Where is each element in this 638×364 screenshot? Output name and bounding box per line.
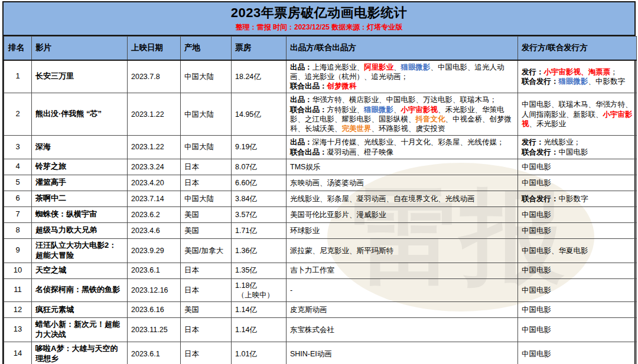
release-date-cell: 2023.12.16: [128, 278, 181, 302]
title-bar: 2023年票房破亿动画电影统计 整理：雷报 时间：2023/12/25 数据来源…: [4, 2, 634, 36]
company-name-segment: 联合出品：: [290, 148, 327, 156]
company-name-segment: 联合发行：: [522, 148, 559, 156]
column-header-origin: 产地: [181, 37, 232, 60]
table-row: 1长安三万里2023.7.8中国大陆18.24亿出品：上海追光影业、阿里影业、猫…: [4, 60, 637, 93]
distributors-cell: 中国电影、联瑞木马、华强方特、人间指南影业、新影联、小宇宙影视、禾光影业: [518, 93, 637, 136]
producers-cell: 美国哥伦比亚影片、漫威影业: [287, 206, 518, 222]
table-row: 9汪汪队立大功大电影2：超能大冒险2023.9.29美国/加拿大1.36亿派拉蒙…: [4, 238, 637, 263]
company-name-segment: 中国电影: [522, 227, 551, 235]
box-office-cell: 1.01亿: [232, 342, 287, 364]
producers-cell: 皮克斯动画: [287, 302, 518, 318]
table-row: 6茶啊中二2023.7.14中国大陆3.84亿光线影业、彩条屋、凝羽动画、自在境…: [4, 191, 637, 206]
origin-cell: 日本: [181, 175, 232, 191]
rank-cell: 14: [4, 342, 32, 364]
box-office-cell: 14.95亿: [232, 93, 287, 136]
company-name-segment: SHIN-EI动画: [290, 350, 332, 358]
distributors-cell: 中国电影: [518, 159, 637, 175]
origin-cell: 中国大陆: [181, 93, 232, 136]
table-row: 11名侦探柯南：黑铁的鱼影2023.12.16日本1.18亿 （上映中）-中国电…: [4, 278, 637, 302]
film-title-cell: 哆啦A梦：大雄与天空的理想乡: [32, 342, 128, 364]
producers-cell: -: [287, 278, 518, 302]
company-name-segment: 猫眼微影: [559, 77, 588, 86]
box-office-cell: 1.18亿 （上映中）: [232, 278, 287, 302]
company-name-segment: 出品：: [290, 96, 313, 104]
table-row: 2熊出没·伴我熊 “芯”2023.1.22中国大陆14.95亿出品：华强方特、横…: [4, 93, 637, 136]
company-name-segment: ；: [610, 68, 618, 76]
release-date-cell: 2023.4.6: [128, 222, 181, 238]
column-header-rank: 排名: [4, 37, 32, 60]
producers-cell: 东映动画、汤婆婆动画: [287, 175, 518, 191]
film-title-cell: 汪汪队立大功大电影2：超能大冒险: [32, 238, 128, 263]
company-name-segment: TMS娱乐: [290, 163, 320, 171]
box-office-table: 排名 影片 上映日期 产地 票房 出品方/联合出品方 发行方/联合发行方 1长安…: [4, 36, 637, 364]
rank-cell: 2: [4, 93, 32, 136]
company-name-segment: 凝羽动画、橙子映像: [327, 148, 394, 156]
table-row: 7蜘蛛侠：纵横宇宙2023.6.2美国3.57亿美国哥伦比亚影片、漫威影业中国电…: [4, 206, 637, 222]
producers-cell: 出品：上海追光影业、阿里影业、猫眼微影、中国电影、追光人动画、追光影业（杭州）、…: [287, 60, 518, 93]
company-name-segment: 美国哥伦比亚影片、漫威影业: [290, 211, 386, 219]
film-title-cell: 蜡笔小新：新次元！超能力大决战: [32, 318, 128, 342]
rank-cell: 12: [4, 302, 32, 318]
producers-cell: 光线影业、彩条屋、凝羽动画、自在境界文化、光线动画: [287, 191, 518, 206]
company-name-segment: 猫眼微影: [401, 63, 431, 71]
rank-cell: 8: [4, 222, 32, 238]
distributors-cell: 发行：光线影业； 联合发行：中国电影: [518, 136, 637, 159]
distributors-cell: 中国电影: [518, 175, 637, 191]
producers-cell: 出品：深海十月传媒、光线影业、十月文化、彩条屋、光线传媒； 联合出品：凝羽动画、…: [287, 136, 518, 159]
producers-cell: 环球影业: [287, 222, 518, 238]
company-name-segment: 发行：: [522, 138, 544, 146]
producers-cell: 东宝株式会社: [287, 318, 518, 342]
table-row: 13蜡笔小新：新次元！超能力大决战2023.11.25日本1.14亿东宝株式会社…: [4, 318, 637, 342]
company-name-segment: 吉卜力工作室: [290, 266, 334, 274]
company-name-segment: 、中影数字: [588, 77, 626, 86]
origin-cell: 美国: [181, 206, 232, 222]
table-row: 3深海2023.1.22中国大陆9.19亿出品：深海十月传媒、光线影业、十月文化…: [4, 136, 637, 159]
rank-cell: 6: [4, 191, 32, 206]
company-name-segment: 发行：: [522, 68, 544, 76]
origin-cell: 日本: [181, 263, 232, 278]
distributors-cell: 中国电影: [518, 318, 637, 342]
company-name-segment: 中国电影: [522, 306, 551, 314]
box-office-cell: 1.14亿: [232, 302, 287, 318]
header-row: 排名 影片 上映日期 产地 票房 出品方/联合出品方 发行方/联合发行方: [4, 37, 637, 60]
column-header-film: 影片: [32, 37, 128, 60]
rank-cell: 3: [4, 136, 32, 159]
film-title-cell: 深海: [32, 136, 128, 159]
company-name-segment: 东映动画、汤婆婆动画: [290, 179, 364, 187]
box-office-cell: 1.14亿: [232, 318, 287, 342]
company-name-segment: 方特影业、: [327, 106, 364, 114]
release-date-cell: 2023.1.22: [128, 136, 181, 159]
release-date-cell: 2023.11.25: [128, 318, 181, 342]
release-date-cell: 2023.1.22: [128, 93, 181, 136]
column-header-producers: 出品方/联合出品方: [287, 37, 518, 60]
company-name-segment: 抖音文化: [416, 115, 445, 123]
company-name-segment: 创梦微科: [327, 82, 357, 90]
company-name-segment: 出品：: [290, 63, 313, 71]
company-name-segment: 中国电影: [522, 326, 551, 334]
company-name-segment: 环球影业: [290, 227, 320, 235]
column-header-boxoffice: 票房: [232, 37, 287, 60]
company-name-segment: 联合出品：: [290, 82, 327, 90]
box-office-cell: 18.24亿: [232, 60, 287, 93]
company-name-segment: 中国电影: [522, 179, 551, 187]
company-name-segment: 完美世界: [342, 124, 372, 133]
company-name-segment: 中国电影: [522, 211, 551, 219]
rank-cell: 13: [4, 318, 32, 342]
distributors-cell: 中国电影、华夏电影: [518, 238, 637, 263]
box-office-cell: 1.36亿: [232, 238, 287, 263]
film-title-cell: 天空之城: [32, 263, 128, 278]
rank-cell: 10: [4, 263, 32, 278]
box-office-cell: 6.60亿: [232, 175, 287, 191]
company-name-segment: 中国电影: [522, 350, 551, 358]
company-name-segment: 上海追光影业、: [313, 63, 364, 71]
company-name-segment: 猫眼微影: [364, 106, 393, 114]
company-name-segment: 中国电影: [522, 266, 551, 274]
origin-cell: 日本: [181, 342, 232, 364]
film-title-cell: 茶啊中二: [32, 191, 128, 206]
film-title-cell: 疯狂元素城: [32, 302, 128, 318]
rank-cell: 7: [4, 206, 32, 222]
company-name-segment: 、环路影视、虞安投资: [372, 124, 445, 133]
film-title-cell: 超级马力欧大兄弟: [32, 222, 128, 238]
company-name-segment: 、: [393, 106, 401, 114]
release-date-cell: 2023.6.2: [128, 206, 181, 222]
